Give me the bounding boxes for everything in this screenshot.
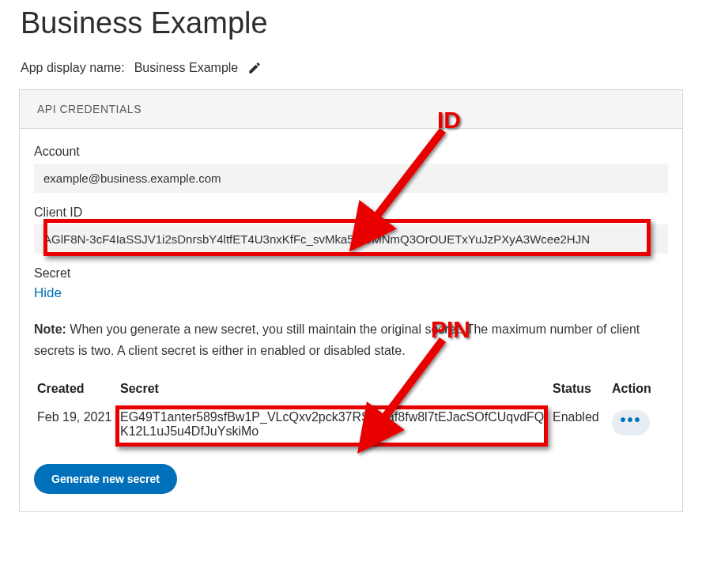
account-label: Account	[34, 145, 668, 159]
note-body: When you generate a new secret, you stil…	[34, 322, 640, 357]
col-header-created: Created	[34, 375, 117, 402]
note-bold: Note:	[34, 322, 66, 336]
app-display-row: App display name: Business Example	[0, 55, 702, 89]
client-id-label: Client ID	[34, 205, 668, 220]
cell-status: Enabled	[549, 402, 609, 447]
client-id-value: AGlF8N-3cF4IaSSJV1i2sDnrsbY4ltfET4U3nxKf…	[34, 224, 668, 254]
edit-icon[interactable]	[247, 61, 262, 75]
secrets-table: Created Secret Status Action Feb 19, 202…	[34, 375, 668, 447]
col-header-status: Status	[549, 375, 609, 402]
col-header-action: Action	[609, 375, 668, 402]
generate-new-secret-button[interactable]: Generate new secret	[34, 464, 177, 494]
cell-created: Feb 19, 2021	[34, 402, 117, 447]
secret-label: Secret	[34, 266, 668, 281]
app-display-value: Business Example	[134, 61, 239, 75]
secret-text: EG49T1anter589sfBw1P_VLcQxv2pck37RSDXaf8…	[120, 410, 544, 438]
note-text: Note: When you generate a new secret, yo…	[34, 318, 668, 361]
api-credentials-card: API CREDENTIALS Account example@business…	[19, 89, 683, 512]
action-menu-button[interactable]: •••	[612, 410, 650, 435]
client-id-text: AGlF8N-3cF4IaSSJV1i2sDnrsbY4ltfET4U3nxKf…	[43, 232, 590, 246]
col-header-secret: Secret	[117, 375, 549, 402]
table-row: Feb 19, 2021 EG49T1anter589sfBw1P_VLcQxv…	[34, 402, 668, 447]
page-title: Business Example	[0, 0, 702, 55]
secret-hide-link[interactable]: Hide	[34, 285, 62, 300]
card-header: API CREDENTIALS	[20, 90, 682, 129]
account-value: example@business.example.com	[34, 164, 668, 193]
cell-action: •••	[609, 402, 668, 447]
app-display-label: App display name:	[21, 61, 125, 75]
cell-secret: EG49T1anter589sfBw1P_VLcQxv2pck37RSDXaf8…	[117, 402, 549, 447]
